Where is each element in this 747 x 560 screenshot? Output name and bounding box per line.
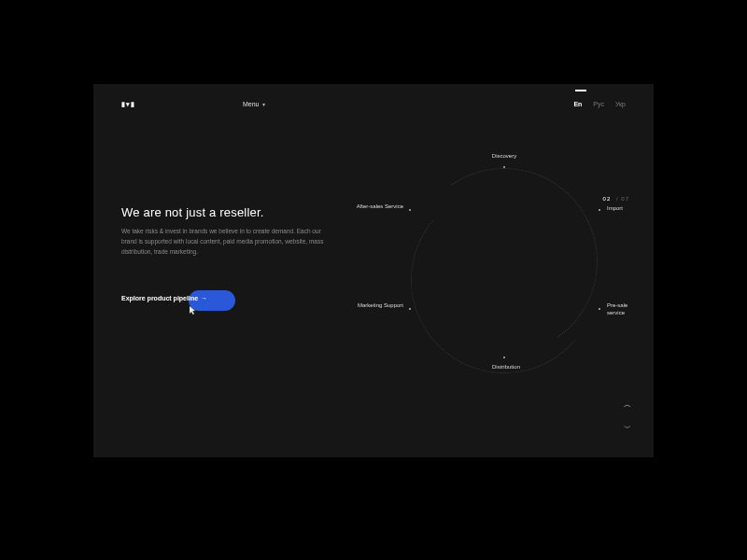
active-lang-indicator [575,90,586,91]
scroll-down-button[interactable]: ﹀ [624,423,631,433]
scroll-controls: ︿ ﹀ [624,399,631,433]
page-description: We take risks & invest in brands we beli… [121,226,336,257]
node-marketing[interactable]: Marketing Support [357,302,403,310]
dot-icon [599,209,600,211]
node-distribution[interactable]: Distribution [478,364,534,371]
menu-label: Menu [243,101,260,107]
page-title: We are not just a reseller. [121,205,264,219]
language-switcher: En Рус Укр [564,101,626,107]
dot-icon [409,209,411,211]
arrow-right-icon: → [201,295,207,301]
scroll-up-button[interactable]: ︿ [624,399,631,410]
brand-logo[interactable]: ▮▾▮ [121,101,135,108]
lang-en[interactable]: En [573,101,582,107]
node-aftersales[interactable]: After-sales Service [353,203,403,211]
dot-icon [409,308,411,310]
dot-icon [599,308,600,310]
chevron-down-icon: ▾ [262,101,265,107]
app-window: ▮▾▮ Menu▾ En Рус Укр We are not just a r… [93,84,654,457]
dot-icon [503,357,505,358]
pipeline-wheel: Discovery Import Pre-sale service Distri… [374,159,635,411]
lang-ru[interactable]: Рус [593,101,604,107]
node-import[interactable]: Import [607,205,623,213]
menu-toggle[interactable]: Menu▾ [243,101,265,107]
header: ▮▾▮ Menu▾ En Рус Укр [93,101,654,119]
cta-label: Explore product pipeline→ [121,295,207,301]
lang-uk[interactable]: Укр [615,101,626,107]
node-presale[interactable]: Pre-sale service [607,302,644,316]
dot-icon [503,166,505,168]
node-discovery[interactable]: Discovery [476,153,532,161]
